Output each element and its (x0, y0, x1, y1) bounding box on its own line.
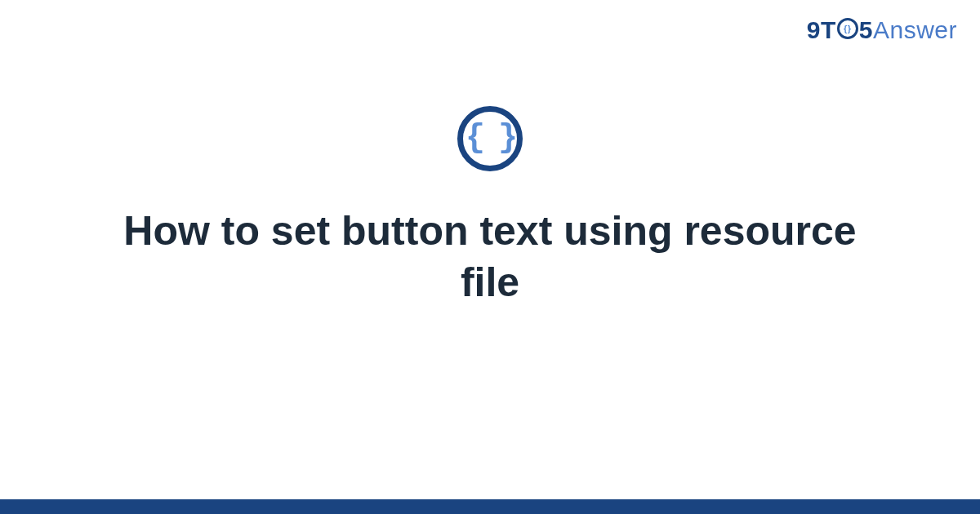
main-content: { } How to set button text using resourc… (0, 106, 980, 308)
footer-bar (0, 499, 980, 514)
logo-text-5: 5 (859, 16, 873, 44)
logo-o-circle: {} (837, 18, 858, 39)
logo-text-9t: 9T (807, 16, 836, 44)
code-braces-icon: { } (457, 106, 523, 171)
site-logo: 9T {} 5 Answer (807, 16, 957, 44)
page-title: How to set button text using resource fi… (90, 206, 890, 308)
logo-text-answer: Answer (873, 16, 957, 44)
braces-glyph: { } (466, 122, 514, 155)
logo-o-inner-braces: {} (844, 24, 852, 33)
